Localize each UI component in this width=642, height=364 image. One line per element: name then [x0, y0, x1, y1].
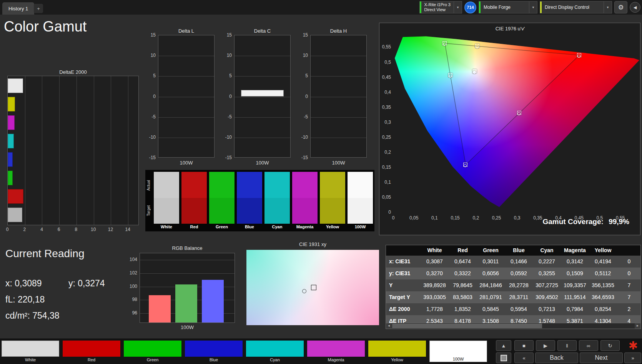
chevron-down-icon[interactable]: ▼	[529, 2, 537, 13]
display-control-dropdown[interactable]: Direct Display Control ▼	[540, 1, 612, 13]
deltaC-gridline	[235, 138, 290, 138]
table-cell: 28,2728	[505, 279, 533, 291]
deltaC-plot	[234, 35, 291, 158]
table-header-cell	[386, 245, 421, 256]
window-icon	[501, 355, 507, 361]
chevron-down-icon[interactable]: ▼	[604, 2, 612, 13]
cie76-ytick-label: 0,45	[379, 75, 391, 80]
pause-button[interactable]: ‖	[557, 340, 577, 351]
deltaH-tick-label: -5	[296, 114, 308, 120]
deltae-tick-label: 2	[21, 227, 28, 232]
deltaH-tick-label: -15	[296, 155, 308, 160]
cie76-xtick-label: 0,5	[593, 215, 607, 221]
device-toolbar: X-Rite i1Pro 3 Direct View ▼ 714 Mobile …	[419, 1, 640, 13]
pattern-button-100w[interactable]: 100W	[429, 341, 487, 362]
cie76-xtick-label: 0,05	[407, 215, 421, 221]
pattern-button-label-green: Green	[124, 357, 181, 362]
deltae-gridline	[25, 76, 25, 225]
deltaC-bar	[241, 90, 284, 96]
pattern-button-label-white: White	[2, 357, 59, 362]
cie76-ytick-label: 0,35	[379, 105, 391, 110]
pattern-button-blue[interactable]	[185, 341, 243, 357]
pattern-window-button[interactable]	[496, 352, 511, 363]
deltaC-tick-label: 15	[220, 32, 232, 38]
table-cell: 111,9514	[561, 291, 589, 303]
deltaC-tick-label: 0	[220, 94, 232, 99]
rgb-ytick-label: 102	[126, 270, 137, 276]
cie76-xtick-label: 0,2	[469, 215, 483, 221]
table-cell: 0,6474	[449, 256, 477, 268]
pattern-button-white[interactable]	[2, 341, 59, 357]
deltaC-tick-label: 10	[220, 53, 232, 58]
pattern-button-red[interactable]	[63, 341, 120, 357]
source-dropdown[interactable]: Mobile Forge ▼	[479, 1, 537, 13]
reading-fl: fL: 220,18	[5, 294, 45, 305]
add-tab-button[interactable]: +	[34, 4, 43, 13]
next-page-button[interactable]: »	[624, 352, 641, 363]
next-button[interactable]: Next	[580, 352, 623, 363]
swatch-actual-red	[181, 172, 207, 198]
deltae-gridline	[59, 76, 60, 225]
reading-x: x: 0,3089	[5, 278, 42, 289]
reading-cdm2: cd/m²: 754,38	[5, 311, 60, 321]
swatch-label-red: Red	[181, 224, 207, 229]
prev-page-button[interactable]: «	[514, 352, 534, 363]
scroll-left-button[interactable]: ◄	[386, 323, 392, 329]
deltae-bar-red	[8, 189, 23, 204]
table-cell: 0,2227	[533, 256, 561, 268]
loop-button[interactable]: ∞	[579, 340, 598, 351]
table-cell: 0	[617, 268, 641, 279]
cie76-ytick-label: 0,3	[379, 120, 391, 125]
table-cell: 0	[617, 256, 641, 268]
deltaH-plot	[310, 35, 367, 158]
table-cell: 0,0592	[505, 268, 533, 279]
cie76-ytick-label: 0,1	[379, 180, 391, 185]
history-tab[interactable]: History 1	[2, 2, 34, 15]
cie76-ytick-label: 0,2	[379, 150, 391, 155]
deltaH-tick-label: -10	[296, 135, 308, 140]
deltae2000-title: DeltaE 2000	[7, 69, 139, 75]
alert-asterisk-icon[interactable]: ✱	[625, 339, 641, 351]
cie76-xtick-label: 0,25	[489, 215, 503, 221]
deltaH-gridline	[311, 97, 366, 97]
refresh-button[interactable]: ↻	[600, 340, 620, 351]
gamut-triangle	[393, 35, 639, 212]
pattern-button-magenta[interactable]	[307, 341, 365, 357]
cie76-measured-magenta	[517, 112, 521, 115]
pattern-button-cyan[interactable]	[246, 341, 304, 357]
deltae-gridline	[111, 76, 111, 225]
table-cell: 0,3322	[449, 268, 477, 279]
deltaL-tick-label: 10	[144, 53, 156, 58]
pattern-button-label-red: Red	[63, 357, 120, 362]
deltaH-tick-label: 5	[296, 73, 308, 78]
table-cell: 309,4502	[533, 291, 561, 303]
pattern-up-button[interactable]: ▲	[496, 340, 511, 351]
play-icon: ▶	[544, 343, 547, 349]
cie76-ytick-label: 0,25	[379, 135, 391, 140]
deltaL-gridline	[158, 97, 214, 97]
table-row: Target Y393,030583,5803281,079128,371130…	[386, 291, 640, 303]
deltaL-tick-label: -15	[144, 155, 156, 160]
pattern-button-label-cyan: Cyan	[246, 357, 304, 362]
deltaL-tick-label: 0	[144, 94, 156, 99]
settings-button[interactable]: ⚙	[614, 1, 627, 13]
table-scrollbar-thumb[interactable]	[392, 324, 542, 328]
table-cell: 7	[617, 291, 641, 303]
pattern-button-yellow[interactable]	[368, 341, 426, 357]
deltaC-tick-label: -5	[220, 114, 232, 120]
rgb-ytick-label: 98	[126, 297, 137, 302]
scroll-right-button[interactable]: ►	[635, 323, 640, 329]
deltaC-tick-label: -15	[220, 155, 232, 160]
collapse-panel-button[interactable]: ◀	[630, 2, 640, 13]
stop-button[interactable]: ■	[514, 340, 534, 351]
table-scrollbar[interactable]: ◄►	[386, 323, 640, 329]
play-button[interactable]: ▶	[536, 340, 555, 351]
back-button[interactable]: Back	[535, 352, 578, 363]
meter-dropdown[interactable]: X-Rite i1Pro 3 Direct View ▼	[419, 1, 462, 13]
table-cell: 364,6593	[589, 291, 617, 303]
pattern-button-green[interactable]	[124, 341, 181, 357]
swatch-actual-green	[209, 172, 235, 198]
deltaC-gridline	[235, 97, 290, 97]
chevron-down-icon[interactable]: ▼	[454, 2, 462, 13]
deltaH-tick-label: 15	[296, 32, 308, 38]
